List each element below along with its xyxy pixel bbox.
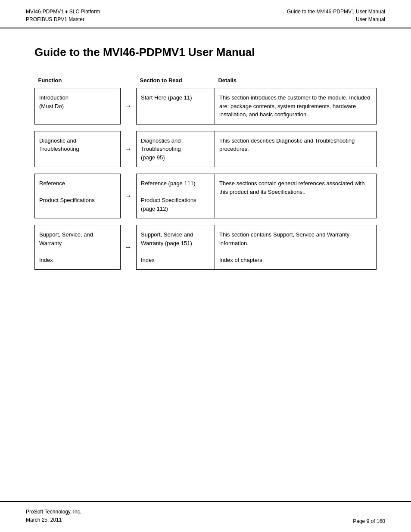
spacer-row xyxy=(35,218,377,225)
cell-arrow-2: → xyxy=(120,174,136,218)
spacer-row xyxy=(35,167,377,174)
header-product-line: MVI46-PDPMV1 ♦ SLC Platform xyxy=(26,8,100,16)
cell-section-2: Reference (page 111)Product Specificatio… xyxy=(137,174,215,218)
footer-left: ProSoft Technology, Inc. March 25, 2011 xyxy=(26,508,81,524)
cell-function-2: ReferenceProduct Specifications xyxy=(35,174,121,218)
main-content: Guide to the MVI46-PDPMV1 User Manual Fu… xyxy=(0,28,411,501)
guide-table: Function Section to Read Details Introdu… xyxy=(34,75,377,270)
table-header-row: Function Section to Read Details xyxy=(35,75,377,88)
header-left: MVI46-PDPMV1 ♦ SLC Platform PROFIBUS DPV… xyxy=(26,8,100,23)
footer-page-number: Page 9 of 160 xyxy=(353,518,385,524)
cell-details-0: This section introduces the customer to … xyxy=(215,88,376,124)
cell-details-2: These sections contain general reference… xyxy=(215,174,376,218)
spacer-row xyxy=(35,124,377,131)
cell-details-3: This section contains Support, Service a… xyxy=(215,225,376,270)
cell-arrow-0: → xyxy=(120,88,136,124)
col-header-section: Section to Read xyxy=(137,75,215,88)
table-row: Support, Service, and WarrantyIndex→Supp… xyxy=(35,225,377,270)
header-doc-title: Guide to the MVI46-PDPMV1 User Manual xyxy=(287,8,385,16)
footer-date: March 25, 2011 xyxy=(26,516,81,524)
cell-section-1: Diagnostics and Troubleshooting(page 95) xyxy=(137,131,215,167)
cell-arrow-1: → xyxy=(120,131,136,167)
cell-function-3: Support, Service, and WarrantyIndex xyxy=(35,225,121,270)
header-product-name: PROFIBUS DPV1 Master xyxy=(26,16,100,23)
cell-function-0: Introduction(Must Do) xyxy=(35,88,121,124)
cell-details-1: This section describes Diagnostic and Tr… xyxy=(215,131,376,167)
page-wrapper: MVI46-PDPMV1 ♦ SLC Platform PROFIBUS DPV… xyxy=(0,0,411,532)
col-header-function: Function xyxy=(35,75,121,88)
cell-section-0: Start Here (page 11) xyxy=(137,88,215,124)
page-header: MVI46-PDPMV1 ♦ SLC Platform PROFIBUS DPV… xyxy=(0,0,411,28)
page-footer: ProSoft Technology, Inc. March 25, 2011 … xyxy=(0,501,411,532)
table-row: ReferenceProduct Specifications→Referenc… xyxy=(35,174,377,218)
header-right: Guide to the MVI46-PDPMV1 User Manual Us… xyxy=(287,8,385,23)
col-header-arrow xyxy=(120,75,136,88)
cell-section-3: Support, Service and Warranty (page 151)… xyxy=(137,225,215,270)
header-doc-type: User Manual xyxy=(287,16,385,23)
col-header-details: Details xyxy=(215,75,376,88)
cell-arrow-3: → xyxy=(120,225,136,270)
cell-function-1: Diagnostic andTroubleshooting xyxy=(35,131,121,167)
table-row: Introduction(Must Do)→Start Here (page 1… xyxy=(35,88,377,124)
table-row: Diagnostic andTroubleshooting→Diagnostic… xyxy=(35,131,377,167)
page-title: Guide to the MVI46-PDPMV1 User Manual xyxy=(34,46,377,59)
footer-company: ProSoft Technology, Inc. xyxy=(26,508,81,516)
